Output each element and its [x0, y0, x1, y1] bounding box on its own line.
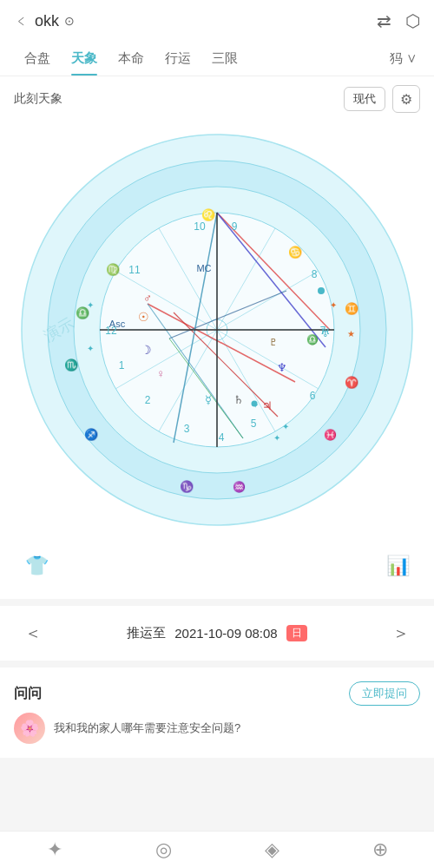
svg-text:♌: ♌ — [201, 207, 216, 222]
svg-text:♐: ♐ — [84, 427, 99, 442]
header-title: okk — [35, 12, 59, 30]
share-icon[interactable]: ⬡ — [405, 10, 420, 31]
svg-text:♍: ♍ — [106, 262, 121, 277]
svg-text:★: ★ — [347, 329, 355, 339]
svg-text:♏: ♏ — [64, 358, 79, 372]
modern-button[interactable]: 现代 — [344, 87, 385, 111]
chart-icon: 📊 — [386, 555, 410, 577]
svg-text:♈: ♈ — [345, 375, 359, 390]
svg-text:♓: ♓ — [324, 428, 337, 441]
chart-wrapper: 演示 — [17, 130, 417, 529]
tab-heban[interactable]: 合盘 — [14, 42, 61, 76]
nav-more[interactable]: 犸 ∨ — [386, 42, 420, 76]
svg-text:✦: ✦ — [282, 422, 289, 431]
svg-text:✦: ✦ — [330, 300, 337, 310]
svg-point-71 — [252, 401, 258, 407]
bottom-nav-item-4[interactable]: ⊕ — [372, 838, 388, 861]
header-left: ﹤ okk ⊙ — [14, 10, 75, 31]
svg-text:Asc: Asc — [109, 319, 126, 329]
date-badge: 日 — [286, 625, 307, 641]
chart-bottom-icons: 👕 📊 — [0, 547, 434, 599]
svg-text:MC: MC — [196, 263, 211, 273]
ask-button[interactable]: 立即提问 — [349, 681, 420, 706]
toolbar-right: 现代 ⚙ — [344, 85, 420, 113]
svg-text:♎: ♎ — [306, 333, 319, 345]
date-content: 推运至 2021-10-09 08:08 日 — [127, 625, 306, 641]
svg-text:✦: ✦ — [87, 344, 94, 353]
svg-text:♋: ♋ — [288, 245, 303, 260]
wardrobe-icon: 👕 — [25, 555, 49, 577]
ask-title: 问问 — [14, 685, 42, 703]
svg-text:♄: ♄ — [233, 393, 244, 406]
svg-text:1: 1 — [119, 359, 125, 372]
nav-icon-2: ◎ — [155, 838, 172, 861]
svg-text:♊: ♊ — [345, 301, 359, 316]
svg-text:10: 10 — [194, 220, 206, 233]
svg-text:☽: ☽ — [141, 343, 152, 357]
bottom-nav-item-1[interactable]: ✦ — [47, 838, 62, 861]
dropdown-icon[interactable]: ⊙ — [64, 14, 75, 28]
bottom-nav: ✦ ◎ ◈ ⊕ — [0, 831, 434, 868]
wardrobe-button[interactable]: 👕 — [17, 547, 56, 585]
svg-text:2: 2 — [145, 394, 151, 406]
ask-question: 我和我的家人哪年需要注意安全问题? — [54, 720, 240, 737]
header-right: ⇄ ⬡ — [377, 10, 420, 31]
svg-point-70 — [318, 287, 325, 294]
nav-icon-4: ⊕ — [372, 838, 388, 861]
ask-content: 🌸 我和我的家人哪年需要注意安全问题? — [14, 713, 420, 744]
svg-text:☉: ☉ — [138, 310, 149, 324]
transfer-icon[interactable]: ⇄ — [377, 10, 391, 31]
svg-text:3: 3 — [184, 423, 190, 435]
date-value: 2021-10-09 08:08 — [174, 626, 277, 641]
prev-date-button[interactable]: ＜ — [17, 618, 49, 648]
svg-text:11: 11 — [128, 264, 141, 276]
filter-icon: ⚙ — [400, 91, 412, 108]
tab-sanjian[interactable]: 三限 — [201, 42, 248, 76]
chart-container: 演示 — [0, 122, 434, 547]
svg-text:5: 5 — [251, 418, 257, 430]
svg-text:8: 8 — [312, 268, 318, 280]
filter-button[interactable]: ⚙ — [392, 85, 420, 113]
svg-text:4: 4 — [219, 431, 225, 444]
svg-text:♀: ♀ — [156, 367, 165, 380]
tab-tianxiang[interactable]: 天象 — [61, 42, 108, 76]
svg-text:♇: ♇ — [269, 337, 278, 347]
chart-view-button[interactable]: 📊 — [378, 547, 417, 585]
nav-tabs: 合盘 天象 本命 行运 三限 犸 ∨ — [0, 42, 434, 76]
svg-text:♂: ♂ — [143, 292, 152, 305]
ask-avatar: 🌸 — [14, 713, 45, 744]
back-button[interactable]: ﹤ — [14, 10, 30, 31]
date-nav-label: 推运至 — [127, 625, 166, 641]
svg-text:✦: ✦ — [273, 433, 280, 443]
next-date-button[interactable]: ＞ — [385, 618, 417, 648]
nav-icon-3: ◈ — [265, 838, 279, 861]
header: ﹤ okk ⊙ ⇄ ⬡ — [0, 0, 434, 42]
ask-header: 问问 立即提问 — [14, 681, 420, 706]
svg-text:♆: ♆ — [277, 361, 287, 374]
date-navigation: ＜ 推运至 2021-10-09 08:08 日 ＞ — [0, 606, 434, 661]
astrology-chart[interactable]: 12 1 2 3 4 5 6 7 8 9 10 11 ♌ ♋ ♊ ♎ ♎ ♍ — [17, 130, 417, 529]
svg-text:♅: ♅ — [320, 326, 331, 339]
svg-text:♒: ♒ — [233, 480, 246, 493]
toolbar-label: 此刻天象 — [14, 91, 62, 107]
svg-text:✦: ✦ — [87, 300, 94, 310]
toolbar: 此刻天象 现代 ⚙ — [0, 76, 434, 122]
nav-icon-1: ✦ — [47, 838, 62, 861]
tab-benming[interactable]: 本命 — [108, 42, 155, 76]
svg-text:♑: ♑ — [180, 479, 194, 494]
svg-text:9: 9 — [232, 220, 238, 233]
tab-xingyun[interactable]: 行运 — [155, 42, 201, 76]
bottom-nav-item-2[interactable]: ◎ — [155, 838, 172, 861]
svg-text:☿: ☿ — [205, 393, 212, 406]
svg-text:6: 6 — [310, 390, 316, 402]
ask-section: 问问 立即提问 🌸 我和我的家人哪年需要注意安全问题? — [0, 667, 434, 758]
svg-text:♃: ♃ — [262, 399, 273, 412]
bottom-nav-item-3[interactable]: ◈ — [265, 838, 279, 861]
